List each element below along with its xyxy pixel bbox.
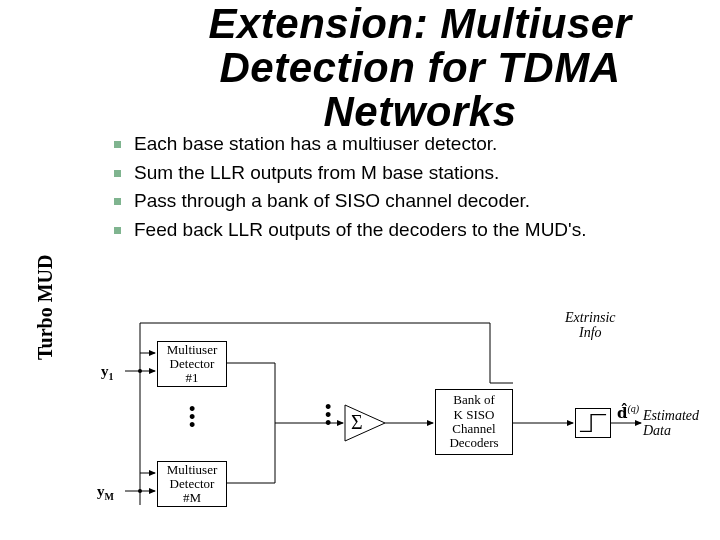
slide-title: Extension: Multiuser Detection for TDMA … bbox=[140, 2, 700, 134]
bullet-list: Each base station has a multiuser detect… bbox=[110, 130, 700, 244]
ellipsis-dots: ••• bbox=[325, 403, 331, 427]
input-y1-label: y1 bbox=[101, 363, 114, 382]
bullet-item: Feed back LLR outputs of the decoders to… bbox=[110, 216, 700, 245]
ellipsis-dots: ••• bbox=[189, 405, 195, 429]
mud-m-box: Multiuser Detector #M bbox=[157, 461, 227, 507]
block-diagram: y1 yM Multiuser Detector #1 Multiuser De… bbox=[95, 305, 705, 530]
bullet-item: Sum the LLR outputs from M base stations… bbox=[110, 159, 700, 188]
mud-1-box: Multiuser Detector #1 bbox=[157, 341, 227, 387]
dhat-label: d̂(q) bbox=[617, 403, 639, 422]
estimated-data-label: Estimated Data bbox=[643, 409, 699, 438]
extrinsic-info-label: Extrinsic Info bbox=[565, 311, 616, 340]
svg-point-18 bbox=[138, 369, 142, 373]
summation-symbol: Σ bbox=[351, 411, 363, 434]
hard-decision-box bbox=[575, 408, 611, 438]
input-ym-label: yM bbox=[97, 483, 114, 502]
decoders-box: Bank of K SISO Channel Decoders bbox=[435, 389, 513, 455]
bullet-item: Each base station has a multiuser detect… bbox=[110, 130, 700, 159]
bullet-item: Pass through a bank of SISO channel deco… bbox=[110, 187, 700, 216]
svg-point-19 bbox=[138, 489, 142, 493]
